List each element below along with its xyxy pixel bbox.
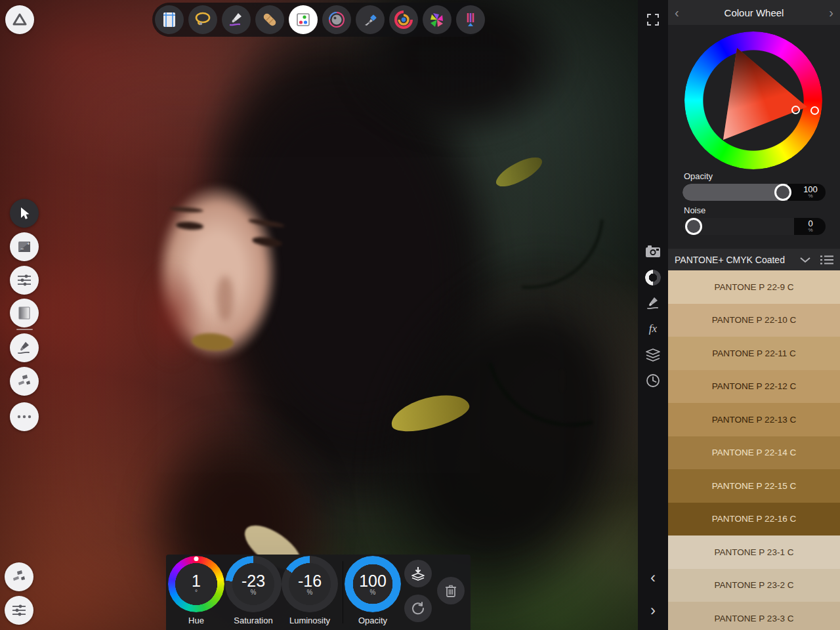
opacity-knob[interactable] bbox=[774, 184, 791, 201]
delete-trash-icon bbox=[444, 583, 457, 598]
adjustments-dots-icon[interactable] bbox=[289, 5, 318, 34]
reset-button[interactable] bbox=[404, 595, 432, 622]
luminosity-dial[interactable]: -16 % bbox=[282, 556, 338, 612]
hue-dial-wrap: 1 ° Hue bbox=[168, 556, 224, 625]
fx-icon: fx bbox=[649, 322, 657, 335]
liquify-icon[interactable] bbox=[322, 5, 351, 34]
swatch-row[interactable]: PANTONE P 23-3 C bbox=[668, 602, 840, 630]
develop-icon[interactable] bbox=[389, 5, 418, 34]
palette-header[interactable]: PANTONE+ CMYK Coated bbox=[668, 249, 840, 270]
mask-erase-tool[interactable] bbox=[5, 562, 33, 591]
chevron-down-icon[interactable] bbox=[799, 257, 811, 263]
move-cursor-tool[interactable] bbox=[10, 199, 39, 228]
app-logo-button[interactable] bbox=[5, 5, 34, 34]
svg-text:+: + bbox=[27, 241, 30, 247]
erase-tool[interactable] bbox=[10, 367, 39, 396]
colour-studio-tab[interactable] bbox=[638, 264, 668, 291]
noise-knob[interactable] bbox=[685, 218, 702, 235]
hsl-adjustment-panel: 1 ° Hue -23 % Saturation -16 % bbox=[166, 555, 471, 630]
paint-brush-icon[interactable] bbox=[222, 5, 251, 34]
affinity-triangle-icon bbox=[12, 12, 27, 27]
affinity-photo-app: +− fx bbox=[0, 0, 840, 630]
merge-down-button[interactable] bbox=[404, 560, 432, 587]
luminosity-value: -16 bbox=[298, 573, 322, 589]
camera-studio-tab[interactable] bbox=[638, 238, 668, 264]
leaf-shape-2 bbox=[387, 388, 472, 438]
swatch-row[interactable]: PANTONE P 22-16 C bbox=[668, 503, 840, 536]
camera-icon bbox=[645, 245, 661, 258]
brush-icon bbox=[646, 296, 660, 310]
panel-prev-button[interactable]: ‹ bbox=[638, 564, 668, 591]
more-tools-button[interactable] bbox=[10, 402, 39, 431]
vector-pen-icon[interactable] bbox=[356, 5, 385, 34]
panel-header: ‹ Colour Wheel › bbox=[668, 0, 840, 25]
colour-wheel-icon bbox=[645, 270, 661, 285]
gradient-page-icon bbox=[17, 306, 32, 320]
chevron-right-icon: › bbox=[650, 602, 656, 618]
brush-icon bbox=[16, 340, 32, 356]
swatch-row[interactable]: PANTONE P 22-9 C bbox=[668, 270, 840, 304]
distant-figure bbox=[559, 369, 566, 392]
effects-studio-tab[interactable]: fx bbox=[638, 316, 668, 342]
opacity-dial[interactable]: 100 % bbox=[345, 556, 401, 612]
persona-toolbar bbox=[152, 3, 484, 37]
gradient-tool[interactable] bbox=[10, 299, 39, 327]
cheek-crack-texture bbox=[130, 244, 215, 385]
eyebrow-right bbox=[248, 218, 285, 229]
chevron-left-icon[interactable]: ‹ bbox=[675, 6, 679, 19]
settings-sliders-icon bbox=[11, 603, 27, 618]
expand-canvas-button[interactable] bbox=[638, 7, 668, 33]
delete-button[interactable] bbox=[437, 577, 465, 604]
chevron-right-icon[interactable]: › bbox=[829, 6, 833, 19]
adjust-sliders-tool[interactable] bbox=[10, 266, 39, 295]
swatch-row[interactable]: PANTONE P 22-11 C bbox=[668, 337, 840, 370]
opacity-value: 100 % bbox=[795, 184, 826, 201]
opacity-slider[interactable]: 100 % bbox=[682, 184, 826, 201]
swatch-row[interactable]: PANTONE P 23-1 C bbox=[668, 536, 840, 569]
swatch-row[interactable]: PANTONE P 22-12 C bbox=[668, 370, 840, 404]
eyebrow-left bbox=[169, 206, 203, 213]
paint-tool[interactable] bbox=[10, 333, 39, 362]
layers-icon bbox=[645, 348, 661, 362]
merge-down-icon bbox=[410, 566, 426, 581]
tools-divider bbox=[16, 329, 33, 330]
hue-dial[interactable]: 1 ° bbox=[168, 556, 224, 612]
tone-map-icon[interactable] bbox=[423, 5, 452, 34]
tool-settings-button[interactable] bbox=[5, 596, 33, 625]
vignette-overlay bbox=[0, 0, 638, 630]
chevron-left-icon: ‹ bbox=[650, 570, 656, 585]
studio-rail: fx ‹ › bbox=[638, 0, 668, 630]
triangle-handle[interactable] bbox=[791, 106, 800, 114]
swatch-row[interactable]: PANTONE P 22-15 C bbox=[668, 469, 840, 503]
opacity-dial-wrap: 100 % Opacity bbox=[345, 556, 401, 625]
swatch-row[interactable]: PANTONE P 22-13 C bbox=[668, 403, 840, 436]
brushes-studio-tab[interactable] bbox=[638, 290, 668, 316]
image-adjust-icon: +− bbox=[16, 239, 32, 255]
noise-label: Noise bbox=[684, 205, 705, 215]
image-adjust-tool[interactable]: +− bbox=[10, 232, 39, 261]
history-studio-tab[interactable] bbox=[638, 368, 668, 394]
selection-lasso-icon[interactable] bbox=[188, 5, 217, 34]
sliders-icon bbox=[16, 273, 32, 287]
swatch-row[interactable]: PANTONE P 23-2 C bbox=[668, 569, 840, 602]
swatch-row[interactable]: PANTONE P 22-14 C bbox=[668, 436, 840, 470]
ring-handle[interactable] bbox=[810, 106, 819, 115]
lips-shape bbox=[191, 332, 234, 352]
document-icon[interactable] bbox=[155, 5, 184, 34]
export-icon[interactable] bbox=[456, 5, 485, 34]
swatch-row[interactable]: PANTONE P 22-10 C bbox=[668, 304, 840, 337]
saturation-dial[interactable]: -23 % bbox=[225, 556, 282, 612]
history-clock-icon bbox=[646, 373, 660, 388]
panel-next-button[interactable]: › bbox=[638, 597, 668, 623]
opacity-dial-value: 100 bbox=[359, 573, 387, 589]
noise-value: 0 % bbox=[795, 218, 826, 235]
layers-studio-tab[interactable] bbox=[638, 342, 668, 368]
list-view-icon[interactable] bbox=[820, 255, 833, 265]
opacity-track-fill bbox=[682, 184, 788, 201]
opacity-label: Opacity bbox=[684, 171, 713, 181]
colour-wheel[interactable] bbox=[684, 32, 822, 169]
retouch-bandage-icon[interactable] bbox=[255, 5, 284, 34]
noise-slider[interactable]: 0 % bbox=[682, 218, 826, 235]
canvas-artwork[interactable] bbox=[0, 0, 638, 630]
palette-name: PANTONE+ CMYK Coated bbox=[675, 255, 799, 265]
